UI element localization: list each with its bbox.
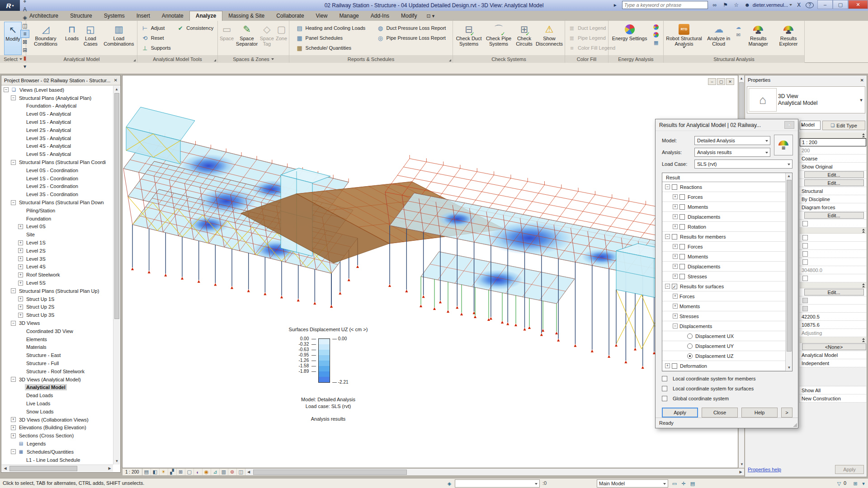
tab-manage[interactable]: Manage [333,11,364,21]
result-row[interactable]: +Stresses [662,272,785,282]
tree-item[interactable]: Dead Loads [2,391,113,399]
tree-item[interactable]: ▤Legends [2,440,113,448]
expand-icon[interactable]: + [18,305,23,310]
checkbox[interactable] [672,184,677,190]
visual-style-icon[interactable]: ◧ [151,469,160,475]
local-cs-surfaces-option[interactable]: Local coordinate system for surfaces [662,386,754,391]
restore-button[interactable]: ▢ [833,0,848,9]
collapse-icon[interactable]: − [665,184,670,189]
checkbox[interactable] [802,259,808,265]
checkbox[interactable] [679,194,685,200]
close-icon[interactable]: ✕ [114,78,118,83]
expand-icon[interactable]: + [673,244,678,249]
expand-icon[interactable]: + [673,304,678,309]
analytical-model-3d-view[interactable] [123,75,738,468]
tree-item[interactable]: +3D Views (Collaboration Views) [2,416,113,424]
load-case-combo[interactable]: SLS (rvt) [694,160,793,169]
tree-item[interactable]: Foundation - Analytical [2,102,113,110]
expand-icon[interactable]: + [11,425,16,430]
check-duct-systems-button[interactable]: ⊟✓Check Duct Systems [454,22,484,55]
checkbox[interactable] [679,214,685,220]
loads-button[interactable]: ⊓Loads [64,22,80,55]
expand-icon[interactable]: + [18,248,23,253]
expand-icon[interactable]: + [18,256,23,261]
property-value[interactable]: Structural [800,187,866,195]
result-row[interactable]: Displacement UY [662,341,785,351]
tree-item[interactable]: +Struct Up 2S [2,303,113,311]
project-browser-vertical-scrollbar[interactable]: ▲ ▼ [113,86,120,465]
property-section-header[interactable] [800,337,866,343]
radio[interactable] [687,343,693,349]
tree-item[interactable]: Level 0S - Analytical [2,110,113,118]
background-processes-icon[interactable]: ▤ [689,480,696,487]
tab-modify[interactable]: Modify [395,11,423,21]
result-row[interactable]: +Forces [662,291,785,301]
selection-toggle-icon[interactable]: ⊞ [852,480,859,487]
model-combo[interactable]: Detailed Analysis [694,136,770,145]
tree-item[interactable]: −❏Views (Level based) [2,86,113,94]
ribbon-panel-label[interactable]: Energy Analysis [609,55,663,63]
collapse-icon[interactable]: − [11,95,16,100]
tree-item[interactable]: −Structural Plans (Analytical Plan) [2,94,113,102]
tree-item[interactable]: Level 0S - Coordination [2,166,113,174]
tree-item[interactable]: Structure - East [2,351,113,359]
tab-annotate[interactable]: Annotate [156,11,189,21]
tree-item[interactable]: Snow Loads [2,408,113,416]
panel-overflow-button[interactable]: ⊡ ▾ [426,11,434,21]
expand-icon[interactable]: + [673,314,678,319]
tree-item[interactable]: −Structural Plans (Structural Plan Down [2,198,113,206]
property-edit-button[interactable]: Edit... [804,289,864,296]
property-value[interactable]: 42200.5 [800,313,866,321]
expand-icon[interactable]: + [18,313,23,318]
property-edit-button[interactable]: Edit... [804,179,864,186]
exchange-apps-icon[interactable]: Ⅹ [795,2,803,8]
tree-item[interactable]: +Elevations (Building Elevation) [2,423,113,432]
tree-item[interactable]: −Structural Plans (Structural Plan Coord… [2,158,113,166]
ribbon-panel-label[interactable]: Analytical Model [26,55,137,63]
tree-item[interactable]: +Level 0S [2,223,113,231]
displacement-sets-icon[interactable]: ⊚ [228,469,237,475]
radio[interactable] [687,333,693,339]
checkbox[interactable] [679,224,685,230]
property-section-header[interactable] [800,228,866,234]
active-workset-select[interactable] [455,479,540,488]
close-icon[interactable]: ✕ [784,121,794,129]
expand-icon[interactable]: + [11,433,16,438]
reveal-hidden-elements-icon[interactable]: ◉ [203,469,211,475]
project-browser-horizontal-scrollbar[interactable]: ◀ ▶ [2,465,113,472]
result-row[interactable]: +Forces [662,192,785,202]
result-row[interactable]: +Moments [662,252,785,262]
checkbox[interactable] [679,204,685,210]
property-value[interactable]: Analytical Model [800,351,866,359]
show-disconnects-button[interactable]: ⚠Show Disconnects [535,22,564,55]
tree-item[interactable]: L1 - Line Load Schedule [2,456,113,464]
switch-windows-icon[interactable]: ⊞ [20,46,29,54]
close-hidden-windows-icon[interactable]: ⊠ [20,38,29,46]
property-value[interactable]: Independent [800,359,866,367]
property-value[interactable]: Adjusting [800,329,866,337]
view-restore-button[interactable]: ▢ [717,78,725,85]
boundary-conditions-button[interactable]: ◿Boundary Conditions [27,22,64,55]
resize-grip[interactable] [793,423,797,427]
property-value[interactable]: 1 : 200 [800,138,866,146]
customize-qat-icon[interactable]: ▾ [20,62,29,70]
tree-item[interactable]: +Sections (Cross Section) [2,432,113,440]
analytical-model-toggle-icon[interactable]: ⊿ [211,469,220,475]
exit-icon[interactable]: ▮ [20,54,29,62]
tab-analyze[interactable]: Analyze [189,11,222,21]
checkbox[interactable] [802,235,808,240]
result-row[interactable]: −Results for members [662,232,785,242]
expand-icon[interactable]: + [18,264,23,269]
tree-item[interactable]: +Level 5S [2,279,113,287]
type-combo[interactable]: Analytical Model [800,121,821,130]
type-selector[interactable]: ⌂ 3D ViewAnalytical Model ▾ [747,86,865,113]
tab-systems[interactable]: Systems [98,11,131,21]
close-button[interactable]: Close [702,408,738,418]
worksharing-display-icon[interactable]: ◫ [237,469,245,475]
tab-collaborate[interactable]: Collaborate [270,11,310,21]
collapse-icon[interactable]: − [11,321,16,326]
worksets-icon[interactable]: ◈ [446,480,453,487]
default-3d-view-icon[interactable]: ◈ [20,14,29,22]
press-drag-icon[interactable]: ✛ [680,480,687,487]
expand-icon[interactable]: + [673,224,678,229]
